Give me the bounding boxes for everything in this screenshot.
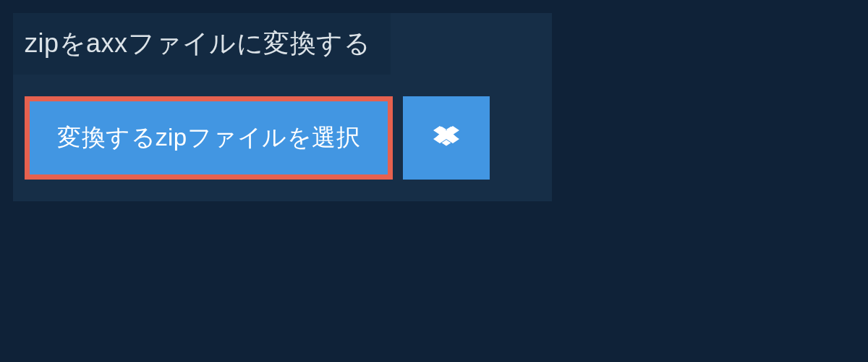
page-title: zipをaxxファイルに変換する [25, 26, 370, 62]
conversion-panel: zipをaxxファイルに変換する 変換するzipファイルを選択 [13, 13, 552, 201]
select-file-label: 変換するzipファイルを選択 [57, 122, 360, 154]
select-file-button[interactable]: 変換するzipファイルを選択 [25, 96, 393, 180]
dropbox-icon [433, 124, 459, 153]
title-block: zipをaxxファイルに変換する [13, 13, 391, 75]
dropbox-button[interactable] [403, 96, 490, 180]
button-row: 変換するzipファイルを選択 [25, 96, 552, 180]
